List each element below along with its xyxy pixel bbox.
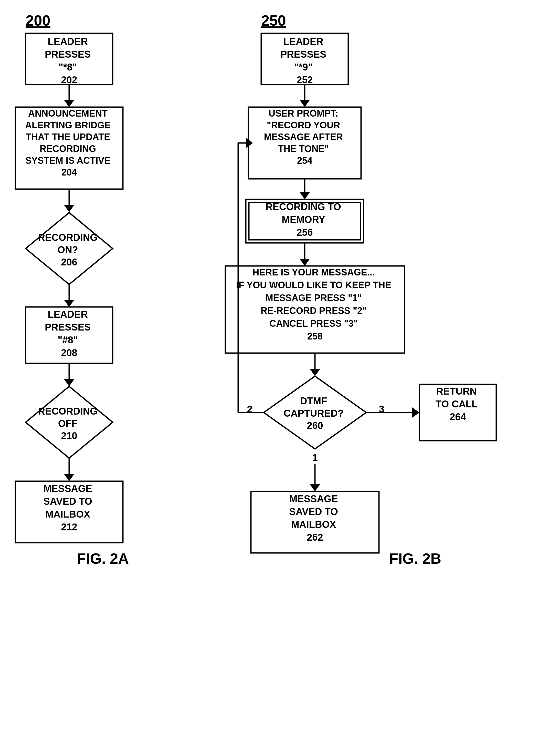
svg-marker-5 <box>64 205 74 212</box>
svg-marker-31 <box>412 407 419 418</box>
fig-2b-label: FIG. 2B <box>389 550 441 567</box>
svg-marker-2 <box>64 100 74 107</box>
svg-marker-8 <box>64 300 74 307</box>
svg-marker-11 <box>64 379 74 386</box>
diamond-260-label-1: 1 <box>312 453 318 463</box>
svg-marker-18 <box>300 100 310 107</box>
svg-marker-28 <box>310 369 320 376</box>
svg-marker-38 <box>310 484 320 491</box>
full-diagram: 200 LEADER PRESSES "*8" 202 ANNOUNCEMENT… <box>0 0 560 741</box>
right-diagram-label: 250 <box>261 12 286 29</box>
svg-marker-25 <box>300 259 310 266</box>
fig-2a-label: FIG. 2A <box>77 550 129 567</box>
svg-marker-14 <box>64 474 74 481</box>
svg-marker-21 <box>300 192 310 199</box>
left-diagram-label: 200 <box>25 12 51 29</box>
